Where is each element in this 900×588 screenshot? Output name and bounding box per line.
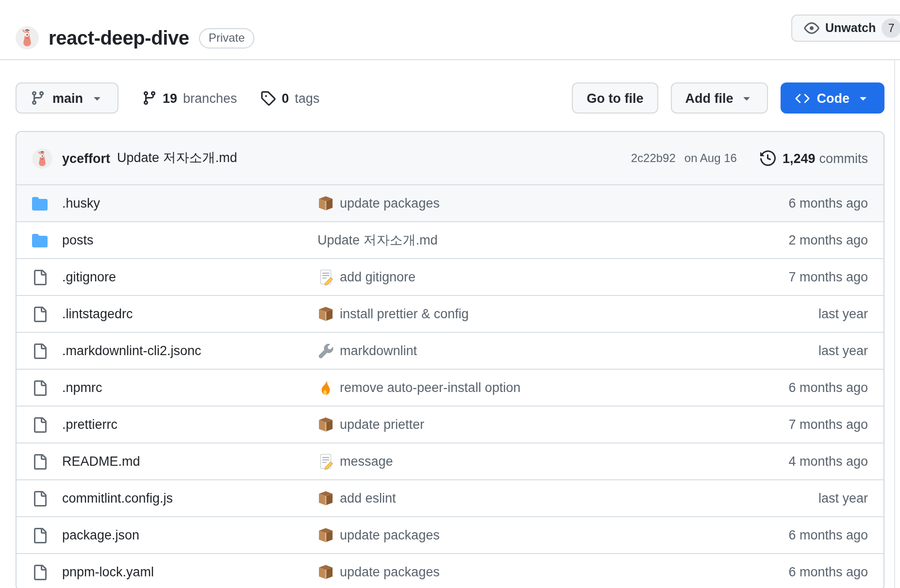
commit-age: 4 months ago [703,454,868,469]
code-button[interactable]: Code [781,82,885,114]
branches-link[interactable]: 19 branches [141,90,237,106]
commit-age: last year [703,491,868,506]
commit-age: 6 months ago [703,380,868,395]
table-row[interactable]: .gitignoreadd gitignore7 months ago [17,258,883,295]
branches-count: 19 [163,91,177,105]
add-file-label: Add file [685,91,733,105]
page-edge-divider [894,59,895,588]
commit-message-link[interactable]: add eslint [340,491,396,506]
file-table-body: .huskyupdate packages6 months agopostsUp… [17,184,883,588]
table-row[interactable]: .markdownlint-cli2.jsoncmarkdownlintlast… [17,332,883,369]
table-row[interactable]: postsUpdate 저자소개.md2 months ago [17,221,883,258]
tags-count: 0 [282,91,289,105]
file-link[interactable]: commitlint.config.js [62,491,173,506]
file-icon [32,343,48,359]
table-row[interactable]: commitlint.config.jsadd eslintlast year [17,479,883,516]
chevron-down-icon [740,91,754,105]
tags-label: tags [295,91,319,105]
eye-icon [804,20,819,36]
folder-icon [32,232,48,248]
go-to-file-button[interactable]: Go to file [572,82,658,114]
commit-message-link[interactable]: update packages [340,528,440,542]
wrench-emoji-icon [317,343,334,359]
table-row[interactable]: pnpm-lock.yamlupdate packages6 months ag… [17,553,883,588]
current-branch-label: main [52,91,83,105]
commits-label: commits [819,151,868,165]
commit-author-avatar[interactable] [32,148,52,168]
add-file-button[interactable]: Add file [671,82,768,114]
commit-age: 6 months ago [703,196,868,211]
commit-message-link[interactable]: update prietter [340,417,424,432]
git-branch-icon [30,90,46,106]
table-row[interactable]: .npmrcremove auto-peer-install option6 m… [17,369,883,406]
commit-message-link[interactable]: add gitignore [340,270,416,284]
package-emoji-icon [317,564,334,580]
package-emoji-icon [317,416,334,433]
repo-owner-avatar[interactable] [16,26,39,49]
commit-message-link[interactable]: update packages [340,196,440,211]
file-icon [32,417,48,432]
commit-date: on Aug 16 [684,151,737,165]
repo-header: react-deep-dive Private Unwatch 7 [0,0,900,59]
commit-age: last year [703,307,868,321]
watch-count-badge: 7 [882,18,900,38]
table-row[interactable]: package.jsonupdate packages6 months ago [17,516,883,553]
file-link[interactable]: .gitignore [62,270,116,284]
file-icon [32,564,48,580]
commits-count: 1,249 [783,151,816,165]
file-icon [32,454,48,469]
file-link[interactable]: .npmrc [62,380,102,395]
latest-commit-bar: yceffort Update 저자소개.md 2c22b92 on Aug 1… [17,132,883,184]
commit-age: 6 months ago [703,528,868,542]
commit-message-link[interactable]: update packages [340,565,440,579]
commit-message-link[interactable]: markdownlint [340,343,417,358]
commit-age: last year [703,343,868,358]
history-icon [760,150,776,166]
table-row[interactable]: .lintstagedrcinstall prettier & configla… [17,295,883,332]
commit-message-link[interactable]: Update 저자소개.md [317,231,438,249]
fire-emoji-icon [317,379,334,396]
code-label: Code [817,91,850,105]
package-emoji-icon [317,195,334,212]
file-icon [32,527,48,543]
commit-age: 7 months ago [703,270,868,284]
branch-selector-button[interactable]: main [16,82,118,114]
commit-history-link[interactable]: 1,249 commits [760,150,868,166]
package-emoji-icon [317,527,334,543]
table-row[interactable]: .huskyupdate packages6 months ago [17,184,883,221]
chevron-down-icon [90,91,103,105]
commit-author-link[interactable]: yceffort [62,151,110,165]
file-icon [32,306,48,322]
commit-message-link[interactable]: remove auto-peer-install option [340,380,520,395]
memo-emoji-icon [317,269,334,285]
file-link[interactable]: pnpm-lock.yaml [62,565,154,579]
unwatch-label: Unwatch [825,21,876,35]
unwatch-button[interactable]: Unwatch 7 [791,15,900,42]
repo-toolbar: main 19 branches 0 tags Go to file Add f… [0,82,900,114]
file-icon [32,380,48,395]
file-link[interactable]: .lintstagedrc [62,307,133,321]
file-link[interactable]: posts [62,233,94,247]
commit-message-link[interactable]: install prettier & config [340,307,469,321]
chevron-down-icon [856,91,870,105]
file-link[interactable]: package.json [62,528,139,542]
repo-title[interactable]: react-deep-dive [49,27,189,49]
latest-commit-message-link[interactable]: Update 저자소개.md [117,149,237,167]
commit-sha-link[interactable]: 2c22b92 [631,151,676,165]
file-link[interactable]: README.md [62,454,140,469]
file-link[interactable]: .husky [62,196,100,211]
table-row[interactable]: README.mdmessage4 months ago [17,442,883,479]
tags-link[interactable]: 0 tags [260,90,319,106]
folder-icon [32,196,48,211]
commit-age: 6 months ago [703,565,868,579]
table-row[interactable]: .prettierrcupdate prietter7 months ago [17,406,883,442]
code-icon [796,91,810,105]
file-link[interactable]: .markdownlint-cli2.jsonc [62,343,201,358]
commit-meta: 2c22b92 on Aug 16 1,249 commits [631,150,868,166]
commit-message-link[interactable]: message [340,454,393,469]
file-link[interactable]: .prettierrc [62,417,117,432]
package-emoji-icon [317,306,334,322]
file-table: yceffort Update 저자소개.md 2c22b92 on Aug 1… [16,131,884,588]
commit-age: 7 months ago [703,417,868,432]
file-icon [32,490,48,506]
